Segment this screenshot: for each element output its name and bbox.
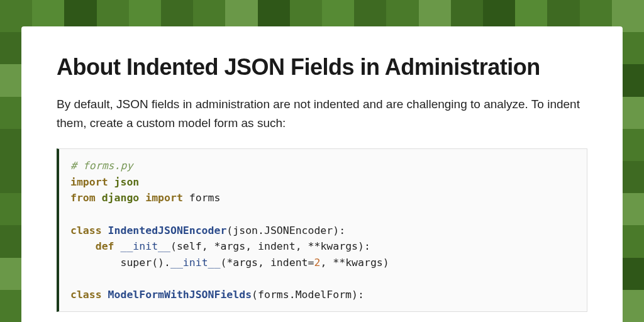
code-dunder: __init__ xyxy=(121,240,170,252)
code-module: django xyxy=(102,192,140,204)
code-keyword: import xyxy=(145,192,183,204)
code-keyword: class xyxy=(70,225,102,236)
code-number: 2 xyxy=(314,257,320,269)
code-text: , **kwargs) xyxy=(320,257,389,269)
code-keyword: import xyxy=(70,176,108,188)
article-card: About Indented JSON Fields in Administra… xyxy=(21,26,623,322)
code-keyword: from xyxy=(70,192,96,204)
code-dunder: __init__ xyxy=(170,257,220,269)
code-block: # forms.py import json from django impor… xyxy=(57,148,587,312)
code-keyword: class xyxy=(70,289,102,301)
code-text: forms xyxy=(183,192,221,204)
code-text: (*args, indent= xyxy=(220,257,314,269)
code-classname: IndentedJSONEncoder xyxy=(108,225,227,236)
code-text: super(). xyxy=(120,257,170,269)
page-title: About Indented JSON Fields in Administra… xyxy=(57,54,587,80)
code-module: json xyxy=(114,176,140,188)
code-text: (json.JSONEncoder): xyxy=(226,225,345,236)
code-text: (forms.ModelForm): xyxy=(252,289,364,301)
lead-paragraph: By default, JSON fields in administratio… xyxy=(57,95,587,132)
code-comment: # forms.py xyxy=(70,160,133,172)
code-text: (self, *args, indent, **kwargs): xyxy=(170,240,370,252)
code-keyword: def xyxy=(96,240,114,252)
code-classname: ModelFormWithJSONFields xyxy=(108,289,252,301)
